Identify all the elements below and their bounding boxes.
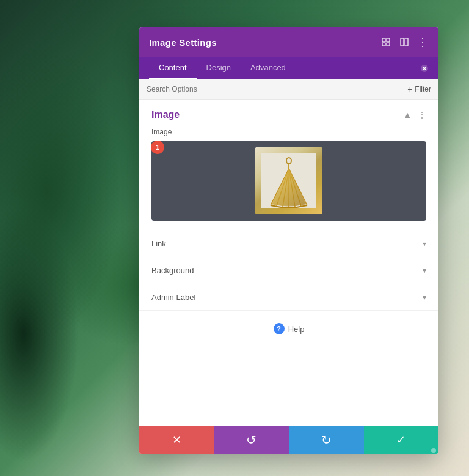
spacer bbox=[139, 346, 438, 420]
filter-plus-icon: + bbox=[407, 84, 412, 94]
image-thumbnail bbox=[255, 147, 322, 214]
resize-handle[interactable] bbox=[431, 448, 436, 453]
link-label: Link bbox=[151, 239, 166, 248]
search-input[interactable] bbox=[147, 85, 269, 93]
filter-label: Filter bbox=[415, 85, 431, 93]
svg-rect-3 bbox=[387, 43, 390, 46]
redo-button[interactable]: ↻ bbox=[289, 426, 364, 454]
admin-label-text: Admin Label bbox=[151, 293, 195, 302]
modal-footer: ✕ ↺ ↻ ✓ bbox=[139, 426, 438, 454]
redo-icon: ↻ bbox=[321, 433, 332, 447]
tab-advanced[interactable]: Advanced bbox=[241, 57, 296, 79]
background-chevron-icon: ▾ bbox=[423, 266, 426, 275]
background-row[interactable]: Background ▾ bbox=[139, 257, 438, 284]
modal-header: Image Settings ⋮ bbox=[139, 27, 438, 57]
svg-rect-1 bbox=[387, 38, 390, 42]
fullscreen-icon[interactable] bbox=[380, 36, 392, 48]
collapse-icon[interactable]: ▲ bbox=[403, 110, 412, 120]
modal-tabs: Content Design Advanced bbox=[139, 57, 438, 79]
svg-rect-2 bbox=[382, 43, 385, 46]
modal-header-icons: ⋮ bbox=[380, 36, 429, 48]
help-icon[interactable]: ? bbox=[274, 323, 285, 334]
section-header: Image ▲ ⋮ bbox=[151, 109, 426, 120]
split-icon[interactable] bbox=[398, 36, 410, 48]
image-field-label: Image bbox=[151, 128, 426, 136]
save-button[interactable]: ✓ bbox=[364, 426, 439, 454]
link-chevron-icon: ▾ bbox=[423, 240, 426, 248]
undo-icon: ↺ bbox=[246, 433, 256, 447]
image-settings-modal: Image Settings ⋮ Content Design bbox=[139, 27, 438, 454]
link-row[interactable]: Link ▾ bbox=[139, 230, 438, 257]
cancel-icon: ✕ bbox=[172, 433, 181, 447]
undo-button[interactable]: ↺ bbox=[214, 426, 289, 454]
section-header-icons: ▲ ⋮ bbox=[403, 110, 426, 120]
admin-label-row[interactable]: Admin Label ▾ bbox=[139, 284, 438, 311]
modal-title: Image Settings bbox=[149, 37, 217, 48]
section-title: Image bbox=[151, 109, 180, 120]
tab-content[interactable]: Content bbox=[149, 57, 197, 79]
filter-button[interactable]: + Filter bbox=[407, 84, 431, 94]
tab-design[interactable]: Design bbox=[197, 57, 241, 79]
save-icon: ✓ bbox=[396, 433, 405, 447]
more-vertical-icon[interactable]: ⋮ bbox=[416, 36, 429, 48]
notification-badge: 1 bbox=[151, 141, 164, 154]
modal-close-button[interactable] bbox=[420, 57, 429, 79]
cancel-button[interactable]: ✕ bbox=[139, 426, 214, 454]
admin-chevron-icon: ▾ bbox=[423, 293, 426, 302]
svg-rect-0 bbox=[382, 38, 385, 42]
help-text: Help bbox=[288, 324, 305, 334]
svg-rect-5 bbox=[405, 38, 408, 46]
image-upload-area[interactable]: 1 bbox=[151, 141, 426, 221]
svg-rect-4 bbox=[401, 38, 404, 46]
image-section: Image ▲ ⋮ Image 1 bbox=[139, 100, 438, 230]
search-bar: + Filter bbox=[139, 79, 438, 100]
help-row: ? Help bbox=[139, 311, 438, 346]
section-more-icon[interactable]: ⋮ bbox=[418, 110, 426, 120]
background-label: Background bbox=[151, 266, 194, 275]
